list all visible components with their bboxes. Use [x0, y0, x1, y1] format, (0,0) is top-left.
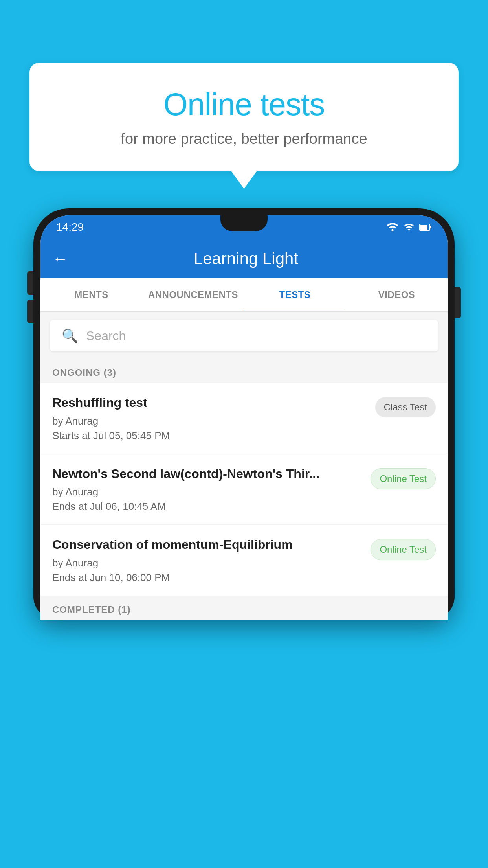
svg-rect-1: [420, 225, 427, 230]
ongoing-label: ONGOING (3): [52, 367, 116, 378]
badge-online-test-3: Online Test: [371, 539, 436, 560]
test-item-1[interactable]: Reshuffling test by Anurag Starts at Jul…: [40, 383, 448, 454]
test-name-3: Conservation of momentum-Equilibrium: [52, 537, 363, 553]
status-time: 14:29: [56, 221, 84, 234]
test-item-2[interactable]: Newton's Second law(contd)-Newton's Thir…: [40, 454, 448, 525]
test-by-1: by Anurag: [52, 415, 367, 427]
speech-bubble-container: Online tests for more practice, better p…: [29, 63, 459, 171]
battery-icon: [419, 223, 432, 232]
test-by-3: by Anurag: [52, 557, 363, 569]
bubble-title: Online tests: [61, 86, 427, 123]
completed-section-header: COMPLETED (1): [40, 596, 448, 620]
app-bar: ← Learning Light: [40, 239, 448, 278]
test-list: Reshuffling test by Anurag Starts at Jul…: [40, 383, 448, 596]
tab-videos[interactable]: VIDEOS: [346, 278, 448, 311]
back-button[interactable]: ←: [52, 250, 68, 268]
test-info-2: Newton's Second law(contd)-Newton's Thir…: [52, 466, 363, 513]
search-icon: 🔍: [62, 328, 78, 344]
badge-class-test-1: Class Test: [375, 397, 436, 417]
badge-online-test-2: Online Test: [371, 468, 436, 489]
ongoing-section-header: ONGOING (3): [40, 359, 448, 383]
signal-icon: [404, 222, 415, 233]
search-placeholder: Search: [86, 329, 126, 343]
phone-screen: 14:29: [40, 215, 448, 620]
speech-bubble: Online tests for more practice, better p…: [29, 63, 459, 171]
right-side-buttons: [455, 287, 461, 318]
status-icons: [386, 222, 432, 233]
test-name-2: Newton's Second law(contd)-Newton's Thir…: [52, 466, 363, 482]
test-by-2: by Anurag: [52, 486, 363, 498]
svg-rect-2: [430, 226, 431, 228]
tab-ments[interactable]: MENTS: [40, 278, 142, 311]
volume-up-button[interactable]: [27, 271, 33, 295]
test-info-3: Conservation of momentum-Equilibrium by …: [52, 537, 363, 584]
tab-announcements[interactable]: ANNOUNCEMENTS: [142, 278, 244, 311]
test-date-2: Ends at Jul 06, 10:45 AM: [52, 500, 363, 513]
tab-tests[interactable]: TESTS: [244, 278, 346, 311]
test-item-3[interactable]: Conservation of momentum-Equilibrium by …: [40, 525, 448, 596]
test-name-1: Reshuffling test: [52, 395, 367, 411]
power-button[interactable]: [455, 287, 461, 318]
notch: [220, 215, 268, 231]
wifi-icon: [386, 223, 399, 232]
volume-down-button[interactable]: [27, 300, 33, 323]
left-side-buttons: [27, 271, 33, 323]
status-bar: 14:29: [40, 215, 448, 239]
tabs-container: MENTS ANNOUNCEMENTS TESTS VIDEOS: [40, 278, 448, 312]
search-container: 🔍 Search: [40, 312, 448, 359]
phone-frame: 14:29: [33, 208, 455, 620]
completed-label: COMPLETED (1): [52, 604, 131, 615]
test-date-1: Starts at Jul 05, 05:45 PM: [52, 430, 367, 442]
test-date-3: Ends at Jun 10, 06:00 PM: [52, 572, 363, 584]
app-title: Learning Light: [80, 249, 412, 268]
phone-container: 14:29: [33, 208, 455, 868]
test-info-1: Reshuffling test by Anurag Starts at Jul…: [52, 395, 367, 442]
bubble-subtitle: for more practice, better performance: [61, 131, 427, 147]
search-bar[interactable]: 🔍 Search: [50, 320, 438, 351]
